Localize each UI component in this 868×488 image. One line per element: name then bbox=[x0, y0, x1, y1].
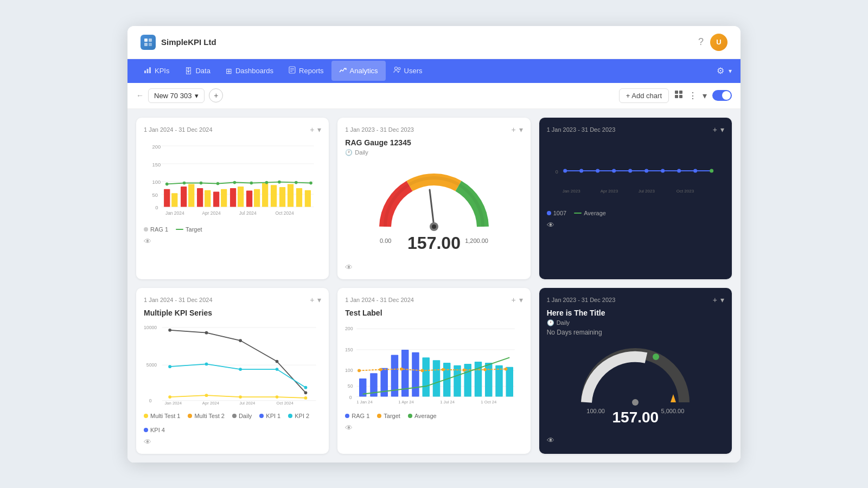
legend-multi1-dot bbox=[144, 414, 148, 418]
gauge-max-label: 1,200.00 bbox=[465, 237, 488, 244]
nav-item-users[interactable]: Users bbox=[386, 61, 430, 81]
legend-rag1-label: RAG 1 bbox=[150, 226, 168, 233]
card4-chevron-icon[interactable]: ▾ bbox=[317, 296, 321, 304]
grid-view-icon[interactable] bbox=[674, 90, 683, 101]
card3-visibility-button[interactable]: 👁 bbox=[547, 221, 724, 229]
card-rag-gauge: 1 Jan 2023 - 31 Dec 2023 + ▾ RAG Gauge 1… bbox=[337, 118, 530, 279]
svg-point-52 bbox=[278, 180, 281, 183]
svg-rect-27 bbox=[164, 189, 170, 207]
card5-chevron-icon[interactable]: ▾ bbox=[519, 296, 523, 304]
card4-actions: + ▾ bbox=[310, 296, 321, 304]
svg-rect-4 bbox=[144, 70, 146, 73]
svg-point-61 bbox=[432, 224, 436, 229]
toolbar-chevron-icon[interactable]: ▾ bbox=[703, 91, 707, 101]
svg-point-93 bbox=[304, 386, 308, 389]
svg-point-96 bbox=[239, 395, 242, 399]
user-avatar[interactable]: U bbox=[710, 34, 727, 51]
card1-chart-area: 200 150 100 50 0 bbox=[144, 138, 321, 222]
svg-point-86 bbox=[239, 339, 242, 342]
svg-point-97 bbox=[276, 395, 279, 399]
card2-visibility-button[interactable]: 👁 bbox=[345, 263, 522, 272]
bar-chart-svg: 200 150 100 50 0 bbox=[144, 138, 321, 220]
svg-point-49 bbox=[233, 181, 237, 184]
svg-text:Jul 2024: Jul 2024 bbox=[239, 210, 257, 215]
svg-point-131 bbox=[421, 369, 424, 372]
nav-label-dashboards: Dashboards bbox=[235, 67, 273, 75]
card4-title: Multiple KPI Series bbox=[144, 309, 321, 317]
card1-plus-icon[interactable]: + bbox=[310, 125, 314, 134]
svg-marker-141 bbox=[671, 394, 676, 402]
card5-visibility-button[interactable]: 👁 bbox=[345, 423, 522, 432]
nav-right: ⚙ ▾ bbox=[717, 66, 732, 76]
svg-point-98 bbox=[304, 396, 308, 400]
legend-kpi2: KPI 2 bbox=[288, 413, 309, 419]
nav-item-reports[interactable]: Reports bbox=[281, 61, 331, 81]
more-options-icon[interactable]: ⋮ bbox=[688, 91, 697, 101]
legend-kpi1-dot bbox=[259, 414, 264, 418]
card1-visibility-button[interactable]: 👁 bbox=[144, 237, 321, 246]
nav-item-dashboards[interactable]: ⊞ Dashboards bbox=[218, 61, 281, 81]
svg-point-140 bbox=[653, 354, 659, 360]
card6-visibility-button[interactable]: 👁 bbox=[547, 436, 724, 445]
add-dashboard-button[interactable]: + bbox=[209, 88, 223, 102]
card5-plus-icon[interactable]: + bbox=[511, 296, 515, 304]
svg-point-92 bbox=[276, 368, 279, 371]
nav-label-reports: Reports bbox=[299, 67, 324, 75]
svg-text:Jul 2023: Jul 2023 bbox=[638, 189, 655, 194]
card2-chevron-icon[interactable]: ▾ bbox=[519, 125, 523, 134]
main-content: 1 Jan 2024 - 31 Dec 2024 + ▾ 200 150 100… bbox=[127, 109, 741, 463]
legend-kpi2-label: KPI 2 bbox=[295, 413, 309, 419]
nav-chevron-icon[interactable]: ▾ bbox=[729, 67, 732, 75]
card2-plus-icon[interactable]: + bbox=[511, 125, 515, 134]
svg-rect-35 bbox=[230, 188, 236, 207]
svg-text:Jul 2024: Jul 2024 bbox=[239, 400, 256, 405]
card4-visibility-button[interactable]: 👁 bbox=[144, 438, 321, 446]
svg-rect-13 bbox=[675, 91, 678, 94]
svg-point-135 bbox=[505, 367, 508, 370]
legend-1007: 1007 bbox=[547, 210, 566, 216]
card6-plus-icon[interactable]: + bbox=[713, 296, 717, 304]
svg-rect-39 bbox=[262, 183, 268, 207]
dashboard-name: New 70 303 bbox=[154, 92, 192, 100]
card3-plus-icon[interactable]: + bbox=[713, 125, 717, 134]
svg-point-12 bbox=[398, 68, 400, 70]
multi-line-svg: 10000 5000 0 bbox=[144, 319, 321, 406]
nav-item-analytics[interactable]: Analytics bbox=[331, 61, 386, 81]
nav-item-data[interactable]: 🗄 Data bbox=[177, 61, 218, 81]
dark-gauge-svg bbox=[581, 348, 690, 408]
card2-value: 157.00 bbox=[407, 233, 461, 253]
legend-multi2: Multi Test 2 bbox=[188, 413, 224, 419]
card6-chevron-icon[interactable]: ▾ bbox=[720, 296, 724, 304]
card4-plus-icon[interactable]: + bbox=[310, 296, 314, 304]
svg-point-11 bbox=[394, 67, 397, 70]
card5-chart-area: 200 150 100 50 0 bbox=[345, 319, 522, 408]
svg-rect-119 bbox=[423, 357, 430, 396]
card3-chevron-icon[interactable]: ▾ bbox=[720, 125, 724, 134]
card1-chevron-icon[interactable]: ▾ bbox=[317, 125, 321, 134]
kpis-icon bbox=[144, 66, 151, 75]
card1-date: 1 Jan 2024 - 31 Dec 2024 bbox=[144, 126, 213, 133]
add-chart-label: + Add chart bbox=[626, 92, 662, 100]
add-chart-button[interactable]: + Add chart bbox=[619, 88, 669, 103]
dashboard-selector[interactable]: New 70 303 ▾ bbox=[148, 88, 205, 103]
header-right: ? U bbox=[698, 34, 727, 51]
svg-point-48 bbox=[216, 182, 220, 185]
nav-item-kpis[interactable]: KPIs bbox=[136, 61, 177, 81]
nav-settings-icon[interactable]: ⚙ bbox=[717, 66, 724, 76]
legend-avg-c5-label: Average bbox=[414, 413, 437, 419]
toolbar-right: + Add chart ⋮ ▾ bbox=[619, 88, 732, 103]
toggle-switch[interactable] bbox=[712, 90, 732, 101]
svg-text:50: 50 bbox=[152, 192, 158, 197]
clock-icon: 🕐 bbox=[345, 149, 353, 156]
svg-text:Jan 2023: Jan 2023 bbox=[562, 189, 580, 194]
dark-line-svg: 0 Jan 2023 Apr 2023 bbox=[547, 144, 724, 198]
reports-icon bbox=[289, 66, 296, 75]
card5-actions: + ▾ bbox=[511, 296, 522, 304]
svg-text:Oct 2023: Oct 2023 bbox=[676, 189, 694, 194]
help-icon[interactable]: ? bbox=[698, 36, 704, 48]
back-button[interactable]: ← bbox=[136, 91, 144, 100]
legend-multi2-dot bbox=[188, 414, 192, 418]
header: SimpleKPI Ltd ? U bbox=[127, 26, 741, 59]
svg-text:0: 0 bbox=[149, 397, 152, 403]
card-bar-chart: 1 Jan 2024 - 31 Dec 2024 + ▾ 200 150 100… bbox=[136, 118, 329, 279]
